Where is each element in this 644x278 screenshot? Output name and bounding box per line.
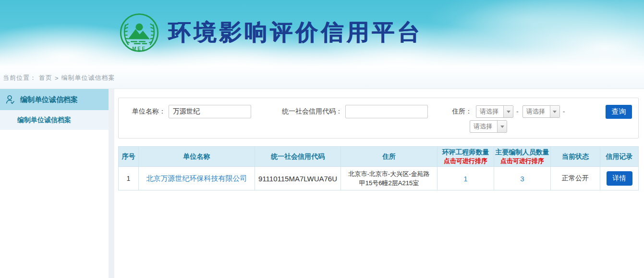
status-value: 正常公开	[551, 167, 600, 190]
query-button[interactable]: 查询	[606, 105, 632, 119]
address-district-select[interactable]: 请选择	[470, 120, 507, 133]
address-value: 北京市-北京市-大兴区-金苑路 甲15号6幢2层A215室	[349, 169, 430, 188]
col-address: 住所	[341, 147, 437, 167]
unit-name-input[interactable]	[169, 105, 251, 118]
chevron-down-icon[interactable]	[503, 106, 513, 117]
chevron-down-icon[interactable]	[550, 106, 559, 117]
table-header-row: 序号 单位名称 统一社会信用代码 住所 环评工程师数量 点击可进行排序 主要编制…	[119, 147, 639, 167]
address-label: 住所：	[452, 107, 472, 116]
col-label: 主要编制人员数量	[496, 148, 549, 156]
breadcrumb-prefix: 当前位置：	[3, 74, 36, 82]
sidebar-subitem-label: 编制单位诚信档案	[17, 116, 71, 125]
col-index: 序号	[119, 147, 139, 167]
col-unit-name: 单位名称	[139, 147, 255, 167]
credit-code-label: 统一社会信用代码：	[282, 107, 342, 116]
credit-code-input[interactable]	[345, 105, 428, 118]
search-panel: 单位名称： 统一社会信用代码： 住所： 请选择 - 请选择 - 请选择	[118, 98, 639, 139]
select-value: 请选择	[523, 106, 550, 117]
col-status: 当前状态	[551, 147, 600, 167]
table-row: 1 北京万源世纪环保科技有限公司 91110115MA7LWUA76U 北京市-…	[119, 167, 639, 190]
sort-hint: 点击可进行排序	[494, 157, 550, 166]
unit-name-link[interactable]: 北京万源世纪环保科技有限公司	[146, 174, 247, 182]
user-check-icon	[5, 94, 15, 105]
breadcrumb: 当前位置： 首页 > 编制单位诚信档案	[0, 67, 644, 89]
sidebar-item-label: 编制单位诚信档案	[20, 95, 78, 104]
sidebar-divider	[109, 89, 114, 278]
address-dash: -	[563, 108, 565, 115]
engineer-count-link[interactable]: 1	[463, 175, 467, 183]
address-dash: -	[516, 108, 519, 115]
row-index: 1	[119, 167, 139, 190]
select-value: 请选择	[470, 121, 497, 132]
sidebar-item-credit-archive[interactable]: 编制单位诚信档案	[0, 89, 109, 110]
breadcrumb-home-link[interactable]: 首页	[39, 74, 52, 82]
staff-count-link[interactable]: 3	[520, 175, 524, 183]
chevron-down-icon[interactable]	[497, 121, 507, 132]
mee-logo-icon: MEE	[119, 13, 159, 53]
col-label: 环评工程师数量	[442, 148, 489, 156]
col-engineer-count-sortable[interactable]: 环评工程师数量 点击可进行排序	[437, 147, 494, 167]
address-province-select[interactable]: 请选择	[476, 105, 513, 118]
breadcrumb-separator: >	[55, 75, 59, 82]
page-title: 环境影响评价信用平台	[168, 17, 423, 48]
unit-name-label: 单位名称：	[132, 107, 166, 116]
address-city-select[interactable]: 请选择	[522, 105, 560, 118]
credit-code-value: 91110115MA7LWUA76U	[258, 175, 337, 183]
breadcrumb-current: 编制单位诚信档案	[61, 74, 115, 82]
sort-hint: 点击可进行排序	[437, 157, 494, 166]
results-table: 序号 单位名称 统一社会信用代码 住所 环评工程师数量 点击可进行排序 主要编制…	[118, 146, 639, 190]
logo-text: MEE	[132, 46, 146, 51]
sidebar-subitem-credit-archive[interactable]: 编制单位诚信档案	[0, 110, 109, 130]
select-value: 请选择	[476, 106, 503, 117]
content-area: 编制单位诚信档案 编制单位诚信档案 单位名称： 统一社会信用代码： 住所： 请选…	[0, 89, 644, 278]
col-credit-code: 统一社会信用代码	[255, 147, 341, 167]
search-form-row: 单位名称： 统一社会信用代码： 住所： 请选择 - 请选择 -	[119, 105, 638, 118]
detail-button[interactable]: 详情	[607, 171, 632, 186]
site-header: MEE 环境影响评价信用平台	[0, 0, 644, 67]
col-staff-count-sortable[interactable]: 主要编制人员数量 点击可进行排序	[494, 147, 551, 167]
col-credit-record: 信用记录	[600, 147, 639, 167]
main-panel: 单位名称： 统一社会信用代码： 住所： 请选择 - 请选择 - 请选择	[114, 89, 644, 278]
sidebar: 编制单位诚信档案 编制单位诚信档案	[0, 89, 109, 278]
